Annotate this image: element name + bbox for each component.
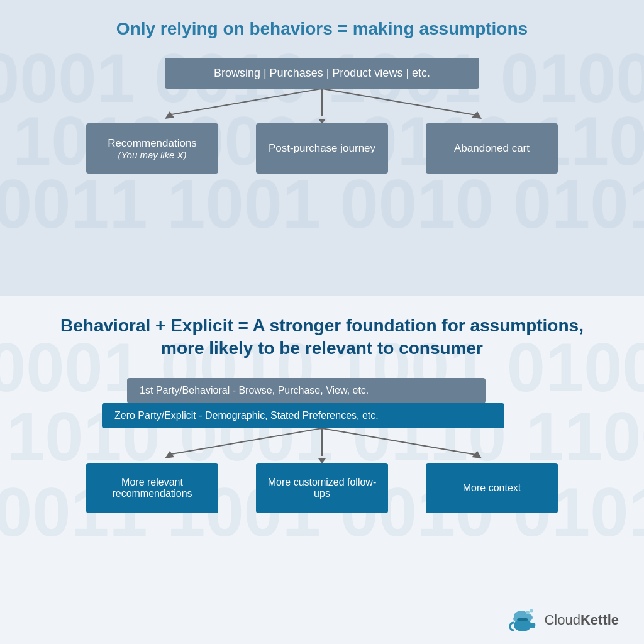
logo-area: CloudKettle (509, 608, 619, 633)
logo-text: CloudKettle (544, 612, 619, 628)
top-section: 0001 0010 1001 0100 1010 0001 0110 1100 … (0, 0, 644, 296)
arrows-svg-top (102, 89, 542, 123)
watermark-3: 0011 1001 0010 0101 (0, 164, 644, 243)
bottom-diagram: 1st Party/Behavioral - Browse, Purchase,… (38, 378, 606, 513)
top-title: Only relying on behaviors = making assum… (38, 19, 606, 39)
svg-marker-9 (318, 458, 326, 463)
post-purchase-box: Post-purchase journey (256, 123, 388, 174)
stacked-wrapper: 1st Party/Behavioral - Browse, Purchase,… (102, 378, 542, 428)
more-relevant-box: More relevant recommendations (86, 463, 218, 513)
more-context-box: More context (426, 463, 558, 513)
top-diagram: Browsing | Purchases | Product views | e… (38, 58, 606, 174)
first-party-box: 1st Party/Behavioral - Browse, Purchase,… (127, 378, 486, 403)
bottom-boxes-row: Recommendations (You may like X) Post-pu… (86, 123, 558, 174)
logo-kettle: Kettle (580, 612, 619, 628)
recommendations-box: Recommendations (You may like X) (86, 123, 218, 174)
svg-point-17 (526, 611, 530, 614)
svg-line-10 (322, 428, 476, 455)
svg-point-16 (517, 618, 528, 621)
svg-line-6 (168, 428, 322, 455)
zero-party-box: Zero Party/Explicit - Demographic, State… (102, 403, 504, 428)
svg-line-0 (168, 89, 322, 115)
result-boxes-row: More relevant recommendations More custo… (86, 463, 558, 513)
cloudkettle-icon (509, 608, 539, 633)
logo-cloud: Cloud (544, 612, 580, 628)
svg-point-18 (530, 609, 533, 613)
svg-line-4 (322, 89, 476, 115)
svg-marker-1 (165, 111, 174, 119)
top-behavior-box: Browsing | Purchases | Product views | e… (165, 58, 479, 89)
abandoned-cart-box: Abandoned cart (426, 123, 558, 174)
bottom-section: 0001 0010 1001 0100 1010 0001 0110 1100 … (0, 296, 644, 644)
svg-marker-3 (318, 119, 326, 123)
svg-marker-7 (165, 451, 174, 458)
more-customized-box: More customized follow-ups (256, 463, 388, 513)
bottom-title: Behavioral + Explicit = A stronger found… (38, 314, 606, 360)
arrows-svg-bottom (102, 428, 542, 463)
